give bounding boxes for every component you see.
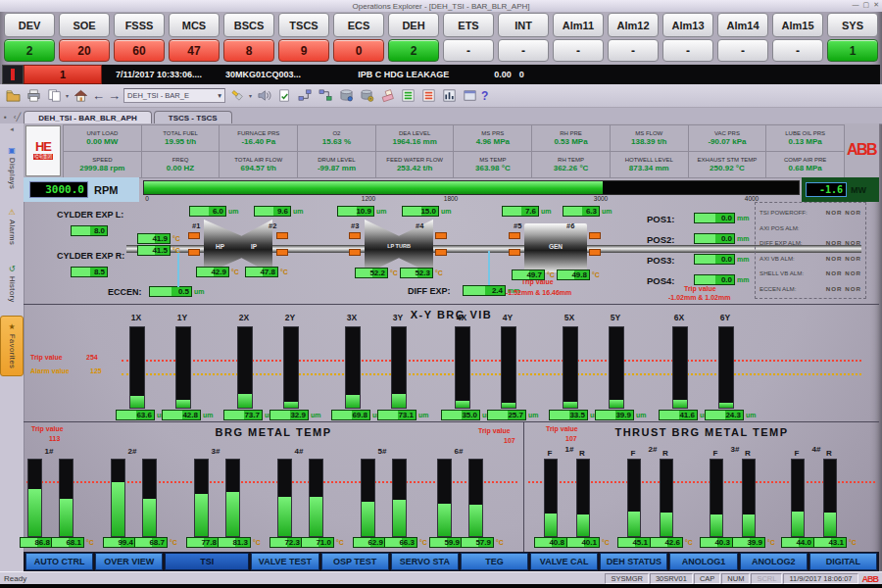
cyl-exp-r-value: 8.5 xyxy=(71,267,108,277)
eccen-probe-line xyxy=(177,251,179,287)
back-icon[interactable]: ← xyxy=(92,89,105,102)
page-tab-anolog2[interactable]: ANOLOG2 xyxy=(740,553,808,570)
system-button-fsss[interactable]: FSSS xyxy=(114,13,165,37)
page-tab-anolog1[interactable]: ANOLOG1 xyxy=(669,553,737,570)
page-tab-teg[interactable]: TEG xyxy=(461,553,528,570)
system-count-alm14[interactable]: - xyxy=(717,39,768,62)
system-button-bscs[interactable]: BSCS xyxy=(223,13,274,37)
eraser-icon[interactable] xyxy=(378,87,396,105)
rpm-readout-panel: 3000.0 RPM xyxy=(24,177,139,202)
system-count-soe[interactable]: 20 xyxy=(59,39,110,62)
document-tab-tscs-tscs[interactable]: TSCS - TSCS xyxy=(154,111,232,123)
page-tab-digital[interactable]: DIGITAL xyxy=(809,553,877,570)
system-count-bscs[interactable]: 8 xyxy=(223,39,274,62)
system-button-mcs[interactable]: MCS xyxy=(169,13,220,37)
page-tab-deh-status[interactable]: DEH STATUS xyxy=(600,553,667,570)
vib-bar-label-1x: 1X xyxy=(123,313,149,322)
database-icon[interactable] xyxy=(337,87,355,105)
page-tab-over-view[interactable]: OVER VIEW xyxy=(95,553,163,570)
system-button-alm13[interactable]: Alm13 xyxy=(662,13,713,37)
system-count-ecs[interactable]: 0 xyxy=(333,39,384,62)
alarm-line: 1 7/11/2017 10:33:06.... 30MKG01CQ003...… xyxy=(2,65,880,84)
minimize-button[interactable]: — xyxy=(853,1,859,9)
page-tab-valve-test[interactable]: VALVE TEST xyxy=(251,553,318,570)
page-check-icon[interactable] xyxy=(275,87,293,105)
page-tab-auto-ctrl[interactable]: AUTO CTRL xyxy=(25,553,93,570)
tab-scroll-icon[interactable]: ‹╱ xyxy=(14,113,21,122)
system-count-alm12[interactable]: - xyxy=(608,39,659,62)
help-icon[interactable]: ? xyxy=(481,89,488,103)
bearing-pad xyxy=(188,232,200,239)
pin-icon[interactable]: ▪ xyxy=(4,113,7,122)
pos-trip-title: Trip value xyxy=(684,285,716,292)
caret-icon[interactable]: ▾ xyxy=(66,92,69,99)
ready-status: Ready xyxy=(4,574,26,583)
system-count-ets[interactable]: - xyxy=(443,39,494,62)
download-tree-icon[interactable] xyxy=(317,87,334,105)
page-tab-valve-cal[interactable]: VALVE CAL xyxy=(530,553,598,570)
system-button-deh[interactable]: DEH xyxy=(388,13,439,37)
system-count-alm15[interactable]: - xyxy=(772,39,823,62)
announce-icon[interactable] xyxy=(255,87,272,105)
forward-icon[interactable]: → xyxy=(108,89,121,102)
system-count-fsss[interactable]: 60 xyxy=(114,39,165,62)
brg-group-label-4: 4# xyxy=(287,447,311,456)
green-list-icon[interactable] xyxy=(399,87,416,105)
brg-value-3-r: 81.3°C xyxy=(218,537,261,548)
caret-icon[interactable]: ▾ xyxy=(249,92,252,99)
bearing-pad xyxy=(276,232,288,239)
brg-trip-value: 113 xyxy=(49,435,60,442)
system-button-ets[interactable]: ETS xyxy=(443,13,494,37)
rail-collapse-icon[interactable]: ◂ xyxy=(10,125,14,133)
system-count-alm13[interactable]: - xyxy=(662,39,713,62)
display-selector-dropdown[interactable]: DEH_TSI - BAR_E ▾ xyxy=(123,88,225,103)
system-button-alm15[interactable]: Alm15 xyxy=(772,13,823,37)
system-count-alm11[interactable]: - xyxy=(553,39,604,62)
search-flashlight-icon[interactable] xyxy=(228,87,246,105)
sidebar-item-alarms[interactable]: ⚠Alarms xyxy=(1,202,23,252)
bearing-label-2: #2 xyxy=(269,221,276,230)
displays-icon: ▣ xyxy=(8,147,16,155)
page-tab-osp-test[interactable]: OSP TEST xyxy=(321,553,389,570)
red-list-icon[interactable] xyxy=(419,87,437,105)
system-button-alm11[interactable]: Alm11 xyxy=(553,13,604,37)
system-button-ecs[interactable]: ECS xyxy=(333,13,384,37)
brg-bar-1-f xyxy=(27,459,42,537)
system-button-tscs[interactable]: TSCS xyxy=(278,13,329,37)
alarm-message-bar[interactable]: 7/11/2017 10:33:06.... 30MKG01CQ003... I… xyxy=(102,65,880,84)
thrust-value-4-r: 43.1°C xyxy=(813,537,857,548)
sidebar-item-history[interactable]: ↺History xyxy=(1,259,23,310)
close-button[interactable]: ✕ xyxy=(873,1,879,9)
upload-tree-icon[interactable] xyxy=(296,87,314,105)
system-count-sys[interactable]: 1 xyxy=(827,39,878,62)
open-display-icon[interactable] xyxy=(4,87,22,105)
system-count-mcs[interactable]: 47 xyxy=(169,39,220,62)
system-button-soe[interactable]: SOE xyxy=(59,13,110,37)
alarm-count-badge[interactable]: 1 xyxy=(24,65,102,84)
tsi-alarm-value: NOR NOR xyxy=(826,270,861,276)
copy-page-icon[interactable] xyxy=(45,87,63,105)
system-count-tscs[interactable]: 9 xyxy=(278,39,329,62)
brg-bar-5-f xyxy=(361,459,375,537)
page-tab-servo-sta[interactable]: SERVO STA xyxy=(391,553,459,570)
sidebar-item-displays[interactable]: ▣Displays xyxy=(1,140,23,196)
system-button-alm14[interactable]: Alm14 xyxy=(717,13,768,37)
system-count-deh[interactable]: 2 xyxy=(388,39,439,62)
database-config-icon[interactable] xyxy=(358,87,375,105)
system-button-dev[interactable]: DEV xyxy=(4,13,55,37)
system-button-int[interactable]: INT xyxy=(498,13,549,37)
maximize-button[interactable]: ▢ xyxy=(863,1,870,9)
print-icon[interactable] xyxy=(24,87,42,105)
system-button-alm12[interactable]: Alm12 xyxy=(608,13,659,37)
tsi-alarm-row-eccen-alm: ECCEN ALM:NOR NOR xyxy=(760,281,861,297)
page-tab-tsi[interactable]: TSI xyxy=(165,553,249,570)
document-tab-deh-tsi-bar-blr-aph[interactable]: DEH_TSI - BAR_BLR_APH xyxy=(24,111,151,123)
system-button-sys[interactable]: SYS xyxy=(827,13,878,37)
trend-chart-icon[interactable] xyxy=(440,87,458,105)
home-icon[interactable] xyxy=(72,87,89,105)
system-count-dev[interactable]: 2 xyxy=(4,39,55,62)
vib-value-2y: 32.9um xyxy=(270,410,321,420)
sidebar-item-favorites[interactable]: ★Favorites xyxy=(0,316,24,376)
window-icon[interactable] xyxy=(461,87,478,105)
system-count-int[interactable]: - xyxy=(498,39,549,62)
